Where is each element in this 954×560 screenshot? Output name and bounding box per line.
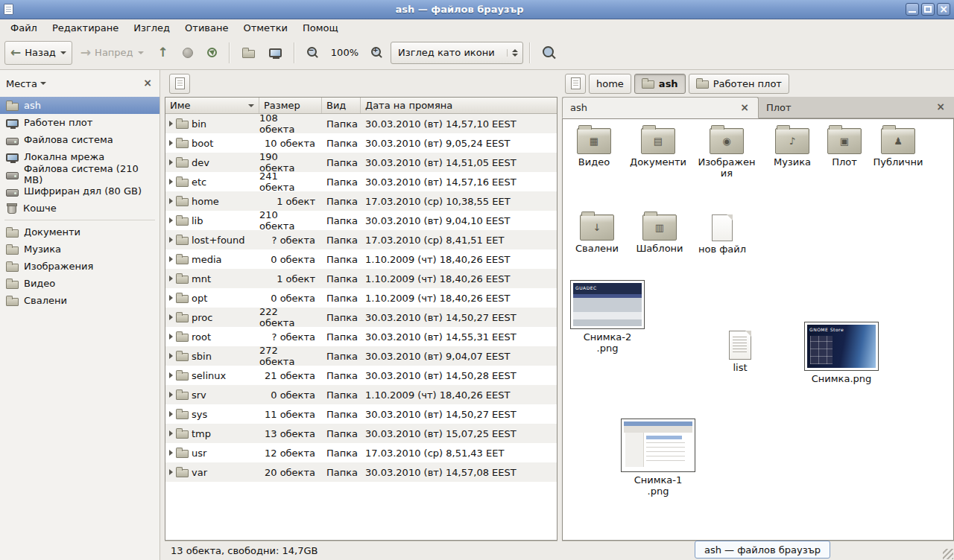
tab-close-icon[interactable]: [739, 102, 751, 114]
minimize-button[interactable]: [906, 3, 919, 16]
expander-icon[interactable]: [169, 276, 173, 281]
table-row[interactable]: proc222 обектаПапка30.03.2010 (вт) 14,50…: [165, 308, 557, 327]
titlebar[interactable]: ash — файлов браузър: [0, 0, 954, 19]
expander-icon[interactable]: [169, 411, 173, 417]
sidebar-item-pictures[interactable]: Изображения: [0, 258, 159, 275]
sidebar-item-filesystem[interactable]: Файлова система: [0, 131, 159, 148]
icon-item-public[interactable]: ♟Публични: [867, 128, 929, 168]
expander-icon[interactable]: [169, 121, 173, 127]
expander-icon[interactable]: [169, 140, 173, 146]
table-row[interactable]: etc241 обектаПапка30.03.2010 (вт) 14,57,…: [165, 172, 557, 191]
file-item-list[interactable]: list: [709, 331, 771, 374]
sidebar-item-downloads[interactable]: Свалени: [0, 292, 159, 309]
menu-bookmarks[interactable]: Отметки: [236, 21, 294, 35]
expander-icon[interactable]: [169, 198, 173, 204]
forward-button[interactable]: Напред: [75, 41, 150, 65]
close-button[interactable]: [937, 3, 950, 16]
table-row[interactable]: sbin272 обектаПапка30.03.2010 (вт) 9,04,…: [165, 346, 557, 366]
menu-file[interactable]: Файл: [3, 21, 45, 35]
expander-icon[interactable]: [169, 372, 173, 378]
table-row[interactable]: tmp13 обектаПапка30.03.2010 (вт) 15,07,2…: [165, 424, 557, 443]
expander-icon[interactable]: [169, 392, 173, 398]
table-row[interactable]: selinux21 обектаПапка30.03.2010 (вт) 14,…: [165, 366, 557, 385]
table-row[interactable]: var20 обектаПапка30.03.2010 (вт) 14,57,0…: [165, 462, 557, 482]
tab-close-icon[interactable]: [935, 101, 947, 113]
sidebar-item-video[interactable]: Видео: [0, 275, 159, 292]
expander-icon[interactable]: [169, 217, 173, 223]
table-row[interactable]: srv0 обектаПапка1.10.2009 (чт) 18,40,26 …: [165, 385, 557, 404]
sidebar-item-music[interactable]: Музика: [0, 241, 159, 258]
zoom-in-button[interactable]: +: [365, 41, 388, 65]
table-row[interactable]: media0 обектаПапка1.10.2009 (чт) 18,40,2…: [165, 249, 557, 269]
sidebar-item-documents[interactable]: Документи: [0, 223, 159, 241]
column-date[interactable]: Дата на промяна: [361, 98, 557, 113]
view-mode-select[interactable]: Изглед като икони: [391, 42, 523, 64]
icon-item-templates[interactable]: ▥Шаблони: [628, 214, 691, 255]
file-item-new-file[interactable]: нов файл: [691, 214, 754, 255]
icon-item-video[interactable]: ▦Видео: [563, 128, 625, 168]
location-toggle-button[interactable]: [169, 74, 190, 94]
stop-button[interactable]: [177, 41, 199, 65]
zoom-out-button[interactable]: −: [301, 41, 324, 65]
path-button-ash[interactable]: ash: [634, 74, 686, 94]
table-row[interactable]: usr12 обектаПапка17.03.2010 (ср) 8,51,43…: [165, 443, 557, 462]
expander-icon[interactable]: [169, 450, 173, 456]
table-row[interactable]: sys11 обектаПапка30.03.2010 (вт) 14,50,2…: [165, 404, 557, 424]
maximize-button[interactable]: [921, 3, 935, 16]
expander-icon[interactable]: [169, 469, 173, 475]
expander-icon[interactable]: [169, 430, 173, 436]
back-dropdown-icon[interactable]: [60, 51, 66, 54]
location-toggle-button-right[interactable]: [565, 74, 586, 94]
expander-icon[interactable]: [169, 353, 173, 359]
expander-icon[interactable]: [169, 159, 173, 165]
sidebar-item-desktop[interactable]: Работен плот: [0, 114, 159, 131]
file-kind: Папка: [322, 153, 361, 172]
expander-icon[interactable]: [169, 295, 173, 301]
menu-edit[interactable]: Редактиране: [45, 21, 126, 35]
sidebar-item-ash[interactable]: ash: [0, 97, 159, 114]
sidebar-item-encrypted-80gb[interactable]: Шифриран дял (80 GB): [0, 182, 159, 200]
sidebar-item-filesystem-210mb[interactable]: Файлова система (210 MB): [0, 165, 159, 182]
table-row[interactable]: mnt1 обектПапка1.10.2009 (чт) 18,40,26 E…: [165, 269, 557, 288]
table-row[interactable]: root? обектаПапка30.03.2010 (вт) 14,55,3…: [165, 327, 557, 346]
thumbnail-snimka[interactable]: GNOME Store Снимка.png: [803, 322, 880, 385]
menu-help[interactable]: Помощ: [295, 21, 346, 35]
table-row[interactable]: lib210 обектаПапка30.03.2010 (вт) 9,04,1…: [165, 211, 557, 230]
thumbnail-snimka-2[interactable]: GUADEC Снимка-2.png: [569, 280, 646, 354]
menu-go[interactable]: Отиване: [177, 21, 236, 35]
up-button[interactable]: [152, 41, 174, 65]
computer-button[interactable]: [263, 41, 288, 65]
table-row[interactable]: bin108 обектаПапка30.03.2010 (вт) 14,57,…: [165, 114, 557, 133]
path-button-desktop[interactable]: Работен плот: [689, 74, 789, 94]
search-button[interactable]: [537, 41, 562, 65]
places-dropdown-icon[interactable]: [40, 82, 46, 85]
column-kind[interactable]: Вид: [322, 98, 361, 113]
back-button[interactable]: Назад: [4, 41, 72, 65]
icon-item-documents[interactable]: ▤Документи: [627, 128, 689, 168]
expander-icon[interactable]: [169, 334, 173, 340]
table-row[interactable]: lost+found? обектаПапка17.03.2010 (ср) 8…: [165, 230, 557, 249]
icon-item-pictures[interactable]: ◉Изображения: [695, 128, 758, 179]
expander-icon[interactable]: [169, 179, 173, 185]
thumbnail-snimka-1[interactable]: Снимка-1.png: [619, 419, 697, 497]
table-row[interactable]: opt0 обектаПапка1.10.2009 (чт) 18,40,26 …: [165, 288, 557, 308]
places-title[interactable]: Места: [6, 78, 37, 89]
column-name[interactable]: Име: [165, 98, 259, 113]
reload-button[interactable]: [201, 41, 223, 65]
tab-plot[interactable]: Плот: [759, 97, 954, 118]
table-row[interactable]: dev190 обектаПапка30.03.2010 (вт) 14,51,…: [165, 153, 557, 172]
resize-grip[interactable]: [943, 549, 953, 559]
sidebar-close-button[interactable]: [142, 77, 154, 89]
expander-icon[interactable]: [169, 314, 173, 320]
path-button-home[interactable]: home: [589, 74, 631, 94]
column-size[interactable]: Размер: [259, 98, 322, 113]
home-button[interactable]: [236, 41, 261, 65]
icon-item-downloads[interactable]: ↓Свалени: [566, 214, 628, 255]
expander-icon[interactable]: [169, 237, 173, 243]
sidebar-item-trash[interactable]: Кошче: [0, 200, 159, 217]
expander-icon[interactable]: [169, 256, 173, 262]
table-row[interactable]: boot10 обектаПапка30.03.2010 (вт) 9,05,2…: [165, 133, 557, 153]
tab-ash[interactable]: ash: [562, 97, 759, 118]
menu-view[interactable]: Изглед: [126, 21, 177, 35]
table-row[interactable]: home1 обектПапка17.03.2010 (ср) 10,38,55…: [165, 191, 557, 211]
